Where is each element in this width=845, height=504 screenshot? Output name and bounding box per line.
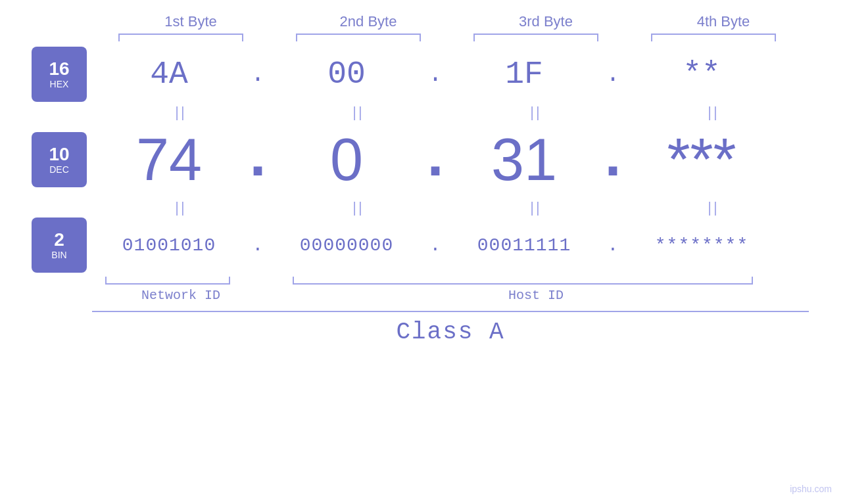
equals-row-2: || || || || — [92, 196, 845, 219]
dec-dot-3: . — [600, 126, 626, 193]
hex-byte-3-wrapper: 1F — [448, 57, 600, 92]
hex-dot-2-char: . — [428, 61, 443, 88]
hex-byte-1-wrapper: 4A — [93, 57, 245, 92]
network-bracket-wrapper — [92, 277, 243, 285]
eq-cell-3: || — [447, 104, 625, 121]
hex-base-number: 16 — [49, 59, 69, 80]
bin-dot-2-char: . — [430, 235, 441, 256]
byte-header-4: 4th Byte — [635, 13, 812, 30]
bin-byte-1: 01001010 — [93, 235, 245, 256]
dec-row: 10 DEC 74 . 0 . 31 — [0, 124, 845, 196]
hex-byte-2-wrapper: 00 — [271, 57, 422, 92]
dec-byte-3-wrapper: 31 — [448, 126, 600, 194]
dec-byte-3: 31 — [448, 126, 600, 194]
bin-row: 2 BIN 01001010 . 00000000 . 00011111 — [0, 219, 845, 271]
equals2-4: || — [708, 199, 719, 216]
equals-row-1: || || || || — [92, 101, 845, 124]
bin-base-number: 2 — [54, 230, 64, 250]
dec-badge: 10 DEC — [32, 132, 87, 187]
hex-dot-2: . — [422, 61, 448, 88]
equals2-3: || — [530, 199, 541, 216]
dec-byte-1-wrapper: 74 — [93, 126, 245, 194]
class-label: Class A — [396, 319, 504, 346]
eq-cell-2: || — [270, 104, 447, 121]
bracket-top-2 — [270, 34, 447, 41]
dec-byte-1: 74 — [93, 126, 245, 194]
dec-dot-2: . — [422, 126, 448, 193]
eq2-cell-1: || — [92, 199, 270, 216]
network-bracket-line — [105, 277, 230, 285]
hex-base-label: HEX — [50, 79, 69, 89]
dec-byte-4: *** — [626, 126, 777, 194]
eq2-cell-4: || — [625, 199, 802, 216]
eq-cell-4: || — [625, 104, 802, 121]
bracket-line-3 — [473, 34, 598, 41]
dec-base-number: 10 — [49, 145, 69, 165]
watermark: ipshu.com — [790, 484, 832, 494]
bracket-line-1 — [118, 34, 243, 41]
bin-byte-2-wrapper: 00000000 — [271, 235, 422, 256]
hex-row: 16 HEX 4A . 00 . 1F — [0, 48, 845, 101]
hex-dot-3-char: . — [606, 61, 620, 88]
bracket-line-2 — [296, 34, 421, 41]
equals-2: || — [352, 104, 364, 121]
byte-header-1: 1st Byte — [102, 13, 279, 30]
hex-byte-1: 4A — [93, 57, 245, 92]
bin-byte-4: ******** — [626, 235, 777, 256]
class-section — [92, 311, 845, 312]
bin-dot-1-char: . — [253, 235, 264, 256]
dec-dot-3-char: . — [595, 126, 631, 193]
bin-byte-1-wrapper: 01001010 — [93, 235, 245, 256]
labels-row: Network ID Host ID — [92, 288, 845, 303]
bracket-line-4 — [651, 34, 776, 41]
bracket-top-1 — [92, 34, 270, 41]
byte-header-2: 2nd Byte — [279, 13, 457, 30]
dec-byte-2-wrapper: 0 — [271, 126, 422, 194]
equals2-2: || — [352, 199, 364, 216]
bin-base-label: BIN — [51, 250, 66, 260]
bin-badge: 2 BIN — [32, 218, 87, 273]
equals-3: || — [530, 104, 541, 121]
hex-byte-2: 00 — [271, 57, 422, 92]
eq-cell-1: || — [92, 104, 270, 121]
dec-content: 74 . 0 . 31 . *** — [93, 126, 845, 194]
hex-content: 4A . 00 . 1F . ** — [93, 57, 845, 92]
host-id-label: Host ID — [270, 288, 802, 303]
top-brackets — [92, 34, 845, 41]
hex-byte-3: 1F — [448, 57, 600, 92]
host-bracket-wrapper — [270, 277, 776, 285]
class-label-wrapper: Class A — [92, 319, 809, 346]
hex-dot-1-char: . — [251, 61, 265, 88]
dec-dot-2-char: . — [418, 126, 453, 193]
dec-dot-1: . — [245, 126, 271, 193]
bin-dot-3: . — [600, 235, 626, 256]
byte-headers: 1st Byte 2nd Byte 3rd Byte 4th Byte — [92, 13, 845, 30]
bin-byte-3-wrapper: 00011111 — [448, 235, 600, 256]
equals-4: || — [708, 104, 719, 121]
bracket-top-4 — [625, 34, 802, 41]
bracket-spacer-1 — [243, 277, 270, 285]
bin-byte-3: 00011111 — [448, 235, 600, 256]
eq2-cell-2: || — [270, 199, 447, 216]
dec-byte-4-wrapper: *** — [626, 126, 777, 194]
hex-dot-3: . — [600, 61, 626, 88]
bin-dot-3-char: . — [608, 235, 619, 256]
hex-values-area: 4A . 00 . 1F . ** — [93, 57, 845, 92]
bracket-top-3 — [447, 34, 625, 41]
eq2-cell-3: || — [447, 199, 625, 216]
bin-dot-2: . — [422, 235, 448, 256]
class-divider — [92, 311, 809, 312]
bin-byte-2: 00000000 — [271, 235, 422, 256]
bin-values-area: 01001010 . 00000000 . 00011111 . — [93, 235, 845, 256]
bin-byte-4-wrapper: ******** — [626, 235, 777, 256]
bin-content: 01001010 . 00000000 . 00011111 . — [93, 235, 845, 256]
host-bracket-line — [293, 277, 753, 285]
hex-byte-4-wrapper: ** — [626, 57, 777, 92]
hex-badge: 16 HEX — [32, 47, 87, 102]
hex-dot-1: . — [245, 61, 271, 88]
equals-1: || — [175, 104, 186, 121]
dec-byte-2: 0 — [271, 126, 422, 194]
bottom-brackets-row — [92, 277, 845, 285]
bin-dot-1: . — [245, 235, 271, 256]
hex-byte-4: ** — [626, 57, 777, 92]
